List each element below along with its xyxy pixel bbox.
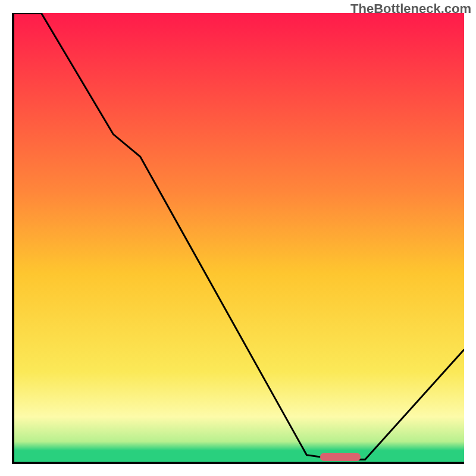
bottleneck-curve — [14, 13, 464, 462]
optimal-marker — [320, 453, 361, 461]
plot-area — [12, 13, 464, 464]
chart-canvas: TheBottleneck.com — [0, 0, 476, 476]
